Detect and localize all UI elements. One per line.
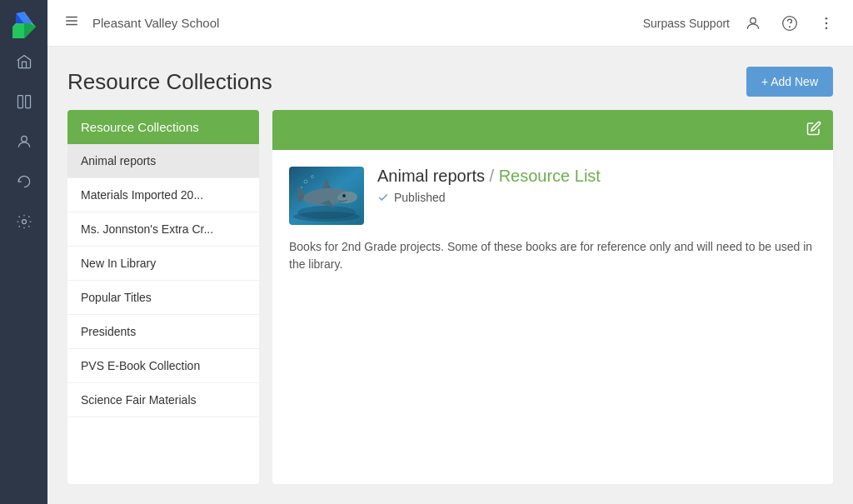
detail-thumbnail [289,167,364,225]
more-options-icon[interactable] [813,10,840,37]
header-right: Surpass Support [643,10,840,37]
help-icon[interactable] [776,10,803,37]
svg-point-21 [293,212,360,222]
svg-point-13 [751,17,756,23]
collection-item-animal-reports[interactable]: Animal reports [67,144,259,178]
collection-item-pvs-ebook[interactable]: PVS E-Book Collection [67,349,259,383]
page-title: Resource Collections [67,69,272,95]
right-panel: Animal reports / Resource List Published [272,110,833,484]
sidebar-refresh[interactable] [7,165,41,198]
collection-item-presidents[interactable]: Presidents [67,315,259,349]
detail-info: Animal reports / Resource List Published [377,167,816,225]
collection-item-popular-titles[interactable]: Popular Titles [67,281,259,315]
detail-description: Books for 2nd Grade projects. Some of th… [289,238,816,273]
svg-point-16 [826,17,828,19]
svg-rect-7 [25,96,30,108]
svg-point-8 [21,136,27,142]
detail-top: Animal reports / Resource List Published [289,167,816,225]
right-panel-header [272,110,833,150]
page-header-row: Resource Collections + Add New [67,67,833,97]
detail-title: Animal reports / Resource List [377,167,816,186]
left-panel: Resource Collections Animal reports Mate… [67,110,259,484]
sidebar [0,0,47,504]
collection-item-science-fair[interactable]: Science Fair Materials [67,383,259,417]
main-content: Pleasant Valley School Surpass Support [47,0,853,504]
app-logo[interactable] [9,8,39,38]
detail-title-separator: / [490,167,499,185]
svg-point-17 [826,22,828,24]
left-panel-header: Resource Collections [67,110,259,144]
user-avatar-icon[interactable] [740,10,766,37]
svg-rect-6 [17,96,22,108]
school-name: Pleasant Valley School [92,16,633,30]
svg-point-15 [790,26,791,27]
svg-point-27 [342,194,346,197]
svg-point-18 [826,27,828,29]
svg-point-9 [22,220,26,224]
detail-title-sub: Resource List [499,167,601,185]
collection-item-new-in-library[interactable]: New In Library [67,247,259,281]
add-new-button[interactable]: + Add New [746,67,833,97]
detail-status: Published [377,191,816,204]
edit-button[interactable] [806,121,821,140]
menu-icon[interactable] [61,10,82,36]
sidebar-library[interactable] [7,85,41,118]
detail-title-main: Animal reports [377,167,485,185]
collection-item-ms-jonnston[interactable]: Ms. Jonnston's Extra Cr... [67,212,259,247]
top-header: Pleasant Valley School Surpass Support [47,0,853,47]
detail-card: Animal reports / Resource List Published [272,150,833,484]
content-area: Resource Collections + Add New Resource … [47,47,853,504]
support-text: Surpass Support [643,17,730,30]
sidebar-settings[interactable] [7,205,41,238]
status-label: Published [394,191,446,204]
sidebar-home[interactable] [7,45,41,78]
check-icon [377,192,389,203]
collection-item-materials-imported[interactable]: Materials Imported 20... [67,178,259,212]
columns: Resource Collections Animal reports Mate… [67,110,833,484]
sidebar-users[interactable] [7,125,41,158]
